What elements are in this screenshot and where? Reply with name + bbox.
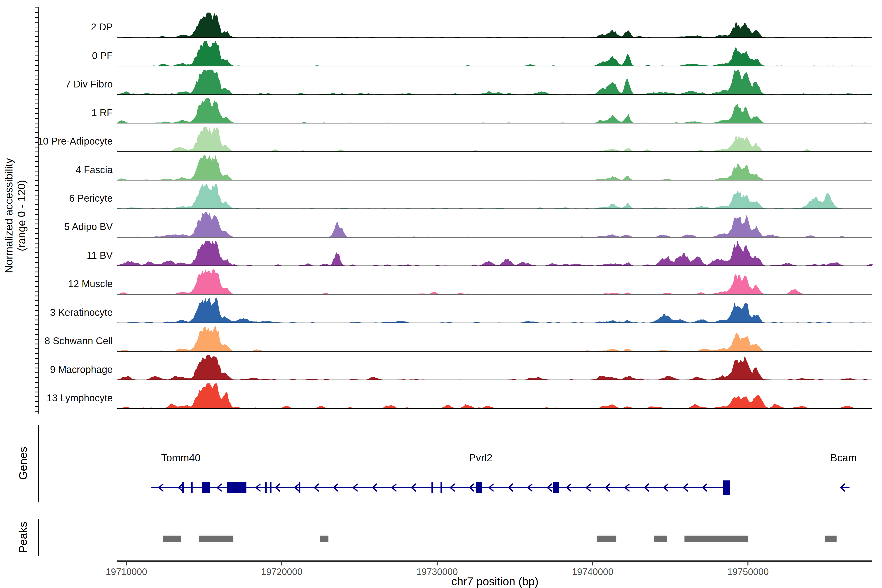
track-signal-7-div-fibro <box>117 70 873 94</box>
peak-region-1 <box>163 536 181 542</box>
gene-exon <box>553 482 559 493</box>
genes-section-label: Genes <box>16 447 30 480</box>
gene-name-bcam: Bcam <box>795 452 882 464</box>
gene-exon <box>202 482 210 493</box>
track-signal-12-muscle <box>117 269 873 294</box>
track-signal-6-pericyte <box>117 184 873 209</box>
track-label-13-lymphocyte: 13 Lymphocyte <box>32 392 113 404</box>
track-label-12-muscle: 12 Muscle <box>32 278 113 290</box>
track-label-11-bv: 11 BV <box>32 249 113 261</box>
gene-name-tomm40: Tomm40 <box>132 452 230 464</box>
x-tick-label-19730000: 19730000 <box>400 567 474 577</box>
track-signal-8-schwann-cell <box>117 326 873 351</box>
track-label-9-macrophage: 9 Macrophage <box>32 364 113 375</box>
track-label-1-rf: 1 RF <box>32 107 113 118</box>
track-signal-13-lymphocyte <box>117 383 873 408</box>
peaks-section-label: Peaks <box>16 522 30 553</box>
x-tick-label-19710000: 19710000 <box>90 567 163 577</box>
x-tick-label-19740000: 19740000 <box>556 567 629 577</box>
gene-exon <box>723 480 730 495</box>
coverage-figure: Normalized accessibility (range 0 - 120)… <box>0 0 882 588</box>
peak-region-3 <box>320 536 328 542</box>
track-label-8-schwann-cell: 8 Schwann Cell <box>32 335 113 346</box>
track-label-0-pf: 0 PF <box>32 50 113 62</box>
x-tick-label-19720000: 19720000 <box>245 567 318 577</box>
gene-exon-tick <box>270 482 272 493</box>
track-label-6-pericyte: 6 Pericyte <box>32 192 113 204</box>
gene-name-pvrl2: Pvrl2 <box>432 452 530 464</box>
track-label-10-pre-adipocyte: 10 Pre-Adipocyte <box>32 135 113 147</box>
track-label-2-dp: 2 DP <box>32 21 113 33</box>
track-signal-1-rf <box>117 98 873 123</box>
track-signal-11-bv <box>117 241 873 266</box>
gene-exon-tick <box>182 482 184 493</box>
peak-region-5 <box>654 536 668 542</box>
gene-exon-tick <box>266 482 267 493</box>
gene-exon <box>476 482 482 493</box>
peak-region-2 <box>199 536 234 542</box>
track-label-3-keratinocyte: 3 Keratinocyte <box>32 306 113 318</box>
gene-exon-tick <box>441 482 442 493</box>
y-axis-title-line2: (range 0 - 120) <box>15 158 28 273</box>
peak-region-7 <box>825 536 837 542</box>
figure-canvas <box>0 0 882 588</box>
track-signal-0-pf <box>117 41 873 66</box>
track-label-7-div-fibro: 7 Div Fibro <box>32 78 113 90</box>
y-axis-title-line1: Normalized accessibility <box>3 158 15 273</box>
y-axis-title: Normalized accessibility (range 0 - 120) <box>3 158 28 273</box>
track-signal-2-dp <box>117 12 873 38</box>
x-tick-label-19750000: 19750000 <box>711 567 785 577</box>
track-signal-9-macrophage <box>117 355 873 380</box>
gene-exon-tick <box>432 482 433 493</box>
track-signal-4-fascia <box>117 155 873 180</box>
gene-exon <box>227 482 246 493</box>
gene-exon-tick <box>299 482 300 493</box>
peak-region-6 <box>684 536 748 542</box>
track-signal-3-keratinocyte <box>117 298 873 323</box>
track-signal-10-pre-adipocyte <box>117 127 873 152</box>
track-signal-5-adipo-bv <box>117 212 873 237</box>
track-label-5-adipo-bv: 5 Adipo BV <box>32 221 113 232</box>
peak-region-4 <box>597 536 616 542</box>
track-label-4-fascia: 4 Fascia <box>32 164 113 176</box>
gene-exon-tick <box>191 482 193 493</box>
